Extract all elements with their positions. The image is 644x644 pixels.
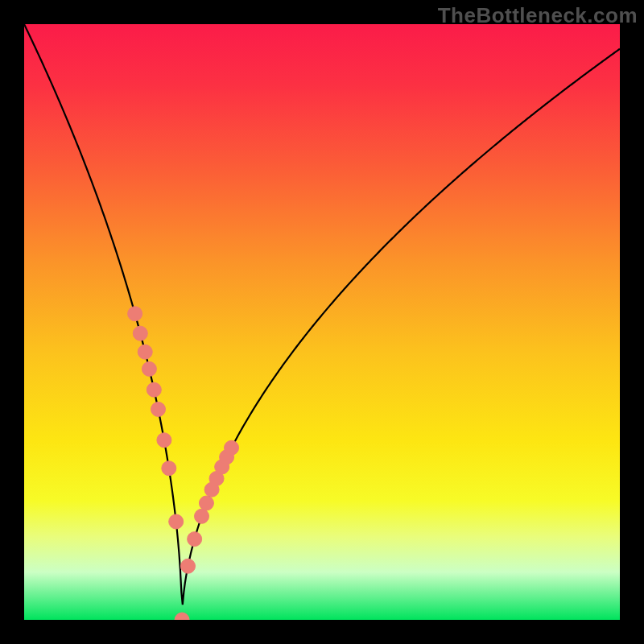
data-marker bbox=[151, 402, 166, 416]
data-marker bbox=[157, 433, 171, 448]
data-marker bbox=[169, 514, 184, 529]
data-marker bbox=[142, 361, 156, 376]
data-marker bbox=[188, 532, 202, 547]
data-marker bbox=[133, 326, 147, 341]
data-marker bbox=[138, 345, 152, 359]
gradient-background bbox=[24, 24, 620, 620]
data-marker bbox=[162, 461, 176, 476]
data-marker bbox=[199, 496, 213, 510]
watermark-text: TheBottleneck.com bbox=[438, 3, 638, 28]
data-marker bbox=[181, 559, 196, 573]
data-marker bbox=[147, 382, 161, 397]
data-marker bbox=[195, 509, 209, 523]
chart-frame: TheBottleneck.com bbox=[0, 0, 644, 644]
plot-svg bbox=[24, 24, 620, 620]
plot-area bbox=[24, 24, 620, 620]
data-marker bbox=[225, 440, 239, 455]
data-marker bbox=[128, 307, 142, 321]
